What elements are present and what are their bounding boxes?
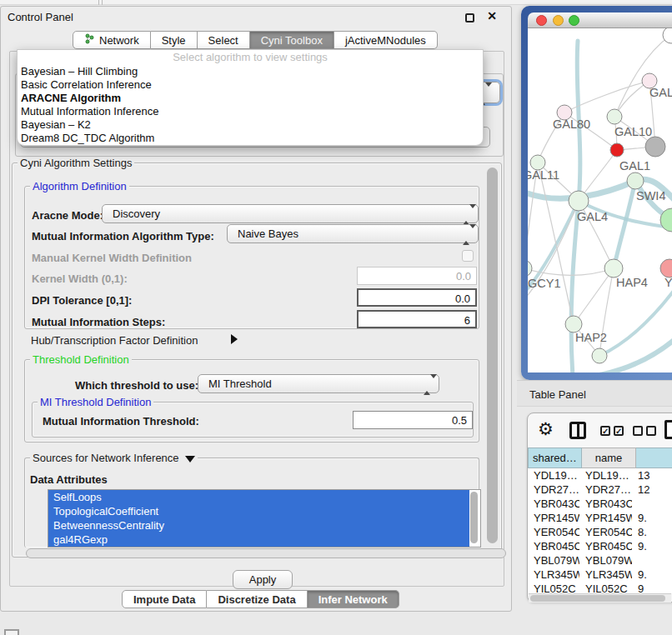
table-cell <box>632 497 672 511</box>
column-header-name[interactable]: name <box>582 448 636 468</box>
settings-group-title: Cyni Algorithm Settings <box>18 157 134 169</box>
combo-arrows-icon <box>463 208 470 221</box>
top-strip <box>0 0 672 5</box>
threshold-definition-title: Threshold Definition <box>30 353 132 366</box>
table-row[interactable]: YBR045CYBR045C9. <box>528 539 672 553</box>
tab-bar: NetworkStyleSelectCyni ToolboxjActiveMNo… <box>73 31 438 49</box>
mi-algorithm-type-label: Mutual Information Algorithm Type: <box>32 230 214 242</box>
table-row[interactable]: YBR043CYBR043C <box>528 497 672 511</box>
network-node-y[interactable] <box>660 259 672 278</box>
attribute-item-topologicalcoefficient[interactable]: TopologicalCoefficient <box>48 504 469 518</box>
algorithm-option-mutual-information-inference[interactable]: Mutual Information Inference <box>18 105 483 118</box>
table-row[interactable]: YBL079WYBL079W <box>528 553 672 568</box>
kernel-width-field[interactable]: 0.0 <box>357 267 477 285</box>
attribute-item-gal4rgexp[interactable]: gal4RGexp <box>48 532 469 547</box>
table-panel-title: Table Panel <box>529 388 586 401</box>
deselect-checkbox-icon[interactable] <box>633 426 643 436</box>
table-cell: YIL052C <box>528 582 579 593</box>
settings-vertical-scrollbar[interactable] <box>487 168 498 543</box>
network-node-gal1[interactable] <box>610 143 624 157</box>
network-node-hap2[interactable] <box>565 316 582 332</box>
attribute-list-scrollbar[interactable] <box>470 492 478 543</box>
gear-icon[interactable]: ⚙ <box>538 419 554 439</box>
minimize-window-icon[interactable] <box>553 15 564 26</box>
attribute-item-selfloops[interactable]: SelfLoops <box>48 490 469 504</box>
algorithm-option-aracne-algorithm[interactable]: ARACNE Algorithm <box>18 92 483 105</box>
mi-threshold-field[interactable]: 0.5 <box>353 411 473 429</box>
table-row[interactable]: YER054CYER054C8. <box>528 525 672 539</box>
column-header-shared[interactable]: shared… <box>528 448 582 468</box>
table-horizontal-scrollbar[interactable] <box>529 593 671 602</box>
network-node-gal10[interactable] <box>607 109 622 124</box>
select-all-checkbox-icon[interactable]: ✓ <box>614 426 624 436</box>
tab-infer-network[interactable]: Infer Network <box>308 590 399 608</box>
algorithm-option-bayesian-hill-climbing[interactable]: Bayesian – Hill Climbing <box>18 65 483 78</box>
table-row[interactable]: YDR27…YDR27…12 <box>528 482 672 497</box>
network-canvas[interactable]: GAL7GAL80GAL10GAL1GAL11SWI4GAL4GCY1HAP4Y… <box>528 28 672 372</box>
table-cell: 9. <box>632 539 672 553</box>
network-node-hap4[interactable] <box>604 259 623 278</box>
tab-select[interactable]: Select <box>198 31 250 49</box>
column-header-col2[interactable] <box>636 448 672 468</box>
disclosure-right-icon[interactable] <box>231 334 238 344</box>
close-icon[interactable]: ✕ <box>487 9 497 22</box>
network-edge[interactable] <box>574 268 614 324</box>
cyni-algorithm-settings-group: Cyni Algorithm Settings Algorithm Defini… <box>12 162 502 558</box>
tab-style[interactable]: Style <box>151 31 198 49</box>
table-cell: 12 <box>632 482 672 497</box>
mi-steps-field[interactable]: 6 <box>357 310 477 328</box>
table-row[interactable]: YPR145WYPR145W9. <box>528 511 672 525</box>
node-label: Y <box>664 276 672 289</box>
apply-button[interactable]: Apply <box>233 570 293 589</box>
network-node[interactable] <box>645 137 665 157</box>
aracne-mode-combobox[interactable]: Discovery <box>102 204 479 223</box>
tab-jactivemnodules[interactable]: jActiveMNodules <box>334 31 438 49</box>
disclosure-down-icon[interactable] <box>185 456 195 462</box>
network-edge[interactable] <box>538 162 574 324</box>
table-cell: YDL19… <box>579 468 632 482</box>
mi-threshold-definition-group: MI Threshold Definition Mutual Informati… <box>32 402 474 438</box>
network-node-gal4[interactable] <box>569 191 589 211</box>
dock-panel-icon[interactable] <box>4 629 19 635</box>
which-threshold-value: MI Threshold <box>208 378 272 390</box>
zoom-window-icon[interactable] <box>569 15 579 26</box>
algorithm-option-basic-correlation-inference[interactable]: Basic Correlation Inference <box>18 78 483 92</box>
sources-group-title: Sources for Network Inference <box>30 452 198 464</box>
function-builder-icon[interactable] <box>664 420 672 439</box>
table-row[interactable]: YIL052CYIL052C9 <box>528 582 672 593</box>
settings-horizontal-scrollbar[interactable] <box>26 548 506 558</box>
network-node[interactable] <box>663 28 672 43</box>
cyni-toolbox-panel: Select algorithm to view settings Bayesi… <box>9 51 504 587</box>
combo-arrows-icon <box>424 378 431 391</box>
algorithm-option-dream8-dc-tdc-algorithm[interactable]: Dream8 DC_TDC Algorithm <box>18 132 483 145</box>
table-row[interactable]: YLR345WYLR345W9. <box>528 568 672 582</box>
tab-cyni-toolbox[interactable]: Cyni Toolbox <box>250 31 334 49</box>
network-edge[interactable] <box>614 181 635 268</box>
hub-definition-label: Hub/Transcription Factor Definition <box>31 334 198 347</box>
table-cell: YPR145W <box>579 511 632 525</box>
tab-network[interactable]: Network <box>73 31 151 49</box>
columns-icon[interactable] <box>569 422 586 439</box>
network-edge[interactable] <box>599 291 672 356</box>
network-node-gcy1[interactable] <box>528 260 532 277</box>
which-threshold-combobox[interactable]: MI Threshold <box>198 374 439 393</box>
deselect-checkbox-icon[interactable] <box>646 426 656 436</box>
network-window-titlebar[interactable] <box>528 12 672 28</box>
table-row[interactable]: YDL19…YDL19…13 <box>528 468 672 482</box>
dpi-tolerance-field[interactable]: 0.0 <box>357 288 477 307</box>
manual-kernel-width-label: Manual Kernel Width Definition <box>32 252 192 264</box>
manual-kernel-width-checkbox[interactable] <box>462 250 474 262</box>
table-cell: 9 <box>632 582 672 593</box>
mi-algorithm-type-combobox[interactable]: Naive Bayes <box>227 224 479 243</box>
network-node[interactable] <box>592 348 607 363</box>
table-cell: YDR27… <box>528 482 579 497</box>
algorithm-option-bayesian-k2[interactable]: Bayesian – K2 <box>18 118 483 132</box>
tab-discretize-data[interactable]: Discretize Data <box>207 590 307 608</box>
float-window-icon[interactable] <box>465 13 474 22</box>
network-node-swi4[interactable] <box>627 172 644 189</box>
attribute-item-betweennesscentrality[interactable]: BetweennessCentrality <box>48 518 469 532</box>
tab-impute-data[interactable]: Impute Data <box>122 590 207 608</box>
table-cell: 8. <box>632 525 672 539</box>
select-all-checkbox-icon[interactable]: ✓ <box>600 426 610 436</box>
close-window-icon[interactable] <box>536 15 547 26</box>
